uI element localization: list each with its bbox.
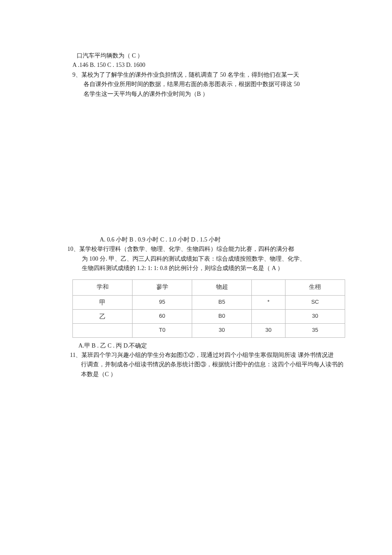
table-cell: 30 xyxy=(192,323,252,337)
table-row: 甲 95 B5 * SC xyxy=(73,295,345,309)
table-cell: 乙 xyxy=(73,309,133,323)
table-cell: B5 xyxy=(192,295,252,309)
table-cell: 60 xyxy=(133,309,192,323)
q10-options: A.甲 B . 乙 C . 丙 D.不确定 xyxy=(78,341,345,351)
document-page: 口汽车平均辆数为（ C ） A .146 B. 150 C . 153 D. 1… xyxy=(0,0,392,405)
table-cell: SC xyxy=(285,295,345,309)
q9-options: A. 0.6 小时 B . 0.9 小时 C . 1.0 小时 D . 1.5 … xyxy=(100,235,345,244)
q11-body-line1: 行调查，并制成各小组读书情况的条形统计图③，根据统计图中的信息：这四个小组平均每… xyxy=(81,360,345,369)
table-header-cell xyxy=(252,279,285,295)
table-cell: 30 xyxy=(252,323,285,337)
table-cell xyxy=(73,323,133,337)
table-row: 乙 60 B0 30 xyxy=(73,309,345,323)
table-cell: 95 xyxy=(133,295,192,309)
table-header-row: 学和 蓼学 物超 生栩 xyxy=(73,279,345,295)
q10-body-line2: 生物四科测试成绩的 1.2: 1: 1: 0.8 的比例计分，则综合成绩的第一名… xyxy=(82,264,345,273)
q9-figure-placeholder xyxy=(47,99,345,235)
table-cell: 甲 xyxy=(73,295,133,309)
table-header-cell: 蓼学 xyxy=(133,279,192,295)
q11-head: 11、某班四个学习兴趣小组的学生分布如图①②，现通过对四个小组学生寒假期间所读 … xyxy=(70,351,341,360)
q10-body-line1: 为 100 分. 甲、乙、丙三人四科的测试成绩如下表：综合成绩按照数学、物理、化… xyxy=(82,254,345,264)
table-cell: * xyxy=(252,295,285,309)
table-header-cell: 学和 xyxy=(73,279,133,295)
table-row: T0 30 30 35 xyxy=(73,323,345,337)
table-cell: T0 xyxy=(133,323,192,337)
table-cell: B0 xyxy=(192,309,252,323)
q10-head: 10、某学校举行理科（含数学、物理、化学、生物四科）综合能力比赛，四科的满分都 xyxy=(67,244,345,254)
q8-options: A .146 B. 150 C . 153 D. 1600 xyxy=(72,60,345,70)
q9-body-line2: 名学生这一天平均每人的课外作业时间为（B ） xyxy=(84,89,345,99)
table-cell xyxy=(252,309,285,323)
q9-body-line1: 各自课外作业所用时间的数据，结果用右面的条形图表示，根据图中数据可得这 50 xyxy=(84,80,345,89)
q8-tail: 口汽车平均辆数为（ C ） xyxy=(77,51,345,60)
table-cell: 30 xyxy=(285,309,345,323)
table-header-cell: 生栩 xyxy=(285,279,345,295)
table-header-cell: 物超 xyxy=(192,279,252,295)
q11-body-line2: 本数是（C ） xyxy=(81,370,345,379)
q10-table-wrap: 学和 蓼学 物超 生栩 甲 95 B5 * SC 乙 60 B0 30 xyxy=(72,279,345,338)
q9-head: 9、某校为了了解学生的课外作业负担情况，随机调查了 50 名学生，得到他们在某一… xyxy=(72,70,345,80)
q10-score-table: 学和 蓼学 物超 生栩 甲 95 B5 * SC 乙 60 B0 30 xyxy=(72,279,345,338)
table-cell: 35 xyxy=(285,323,345,337)
